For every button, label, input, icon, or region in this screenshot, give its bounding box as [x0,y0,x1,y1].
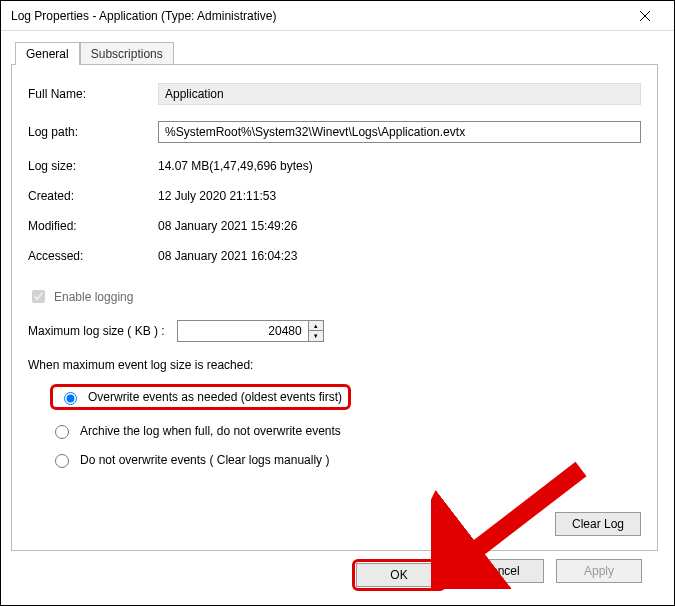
enable-logging-row: Enable logging [28,287,641,306]
radio-archive-label: Archive the log when full, do not overwr… [80,424,341,438]
spinner-up[interactable]: ▲ [309,321,323,331]
log-size-label: Log size: [28,159,158,173]
enable-logging-label: Enable logging [54,290,133,304]
when-reached-label: When maximum event log size is reached: [28,358,641,372]
overflow-radios: Overwrite events as needed (oldest event… [28,384,641,468]
log-size-value: 14.07 MB(1,47,49,696 bytes) [158,159,641,173]
apply-button[interactable]: Apply [556,559,642,583]
dialog-footer: OK Cancel Apply [11,551,658,591]
window: Log Properties - Application (Type: Admi… [0,0,675,606]
close-icon [640,11,650,21]
radio-archive[interactable] [55,425,69,439]
window-title: Log Properties - Application (Type: Admi… [11,9,624,23]
logging-section: Enable logging Maximum log size ( KB ) :… [28,287,641,468]
created-label: Created: [28,189,158,203]
radio-overwrite-label: Overwrite events as needed (oldest event… [88,390,342,404]
cancel-button[interactable]: Cancel [458,559,544,583]
radio-donot[interactable] [55,454,69,468]
overwrite-highlight: Overwrite events as needed (oldest event… [50,384,351,410]
tab-subscriptions[interactable]: Subscriptions [80,42,174,65]
ok-button[interactable]: OK [356,563,442,587]
tab-panel-general: Full Name: Application Log path: Log siz… [11,64,658,551]
properties-grid: Full Name: Application Log path: Log siz… [28,83,641,263]
max-size-row: Maximum log size ( KB ) : ▲ ▼ [28,320,641,342]
enable-logging-checkbox[interactable] [32,290,45,303]
full-name-label: Full Name: [28,87,158,101]
modified-value: 08 January 2021 15:49:26 [158,219,641,233]
log-path-label: Log path: [28,125,158,139]
spinner-down[interactable]: ▼ [309,331,323,341]
accessed-value: 08 January 2021 16:04:23 [158,249,641,263]
full-name-value: Application [158,83,641,105]
tabstrip: General Subscriptions [15,41,658,64]
radio-overwrite[interactable] [64,392,77,405]
modified-label: Modified: [28,219,158,233]
client-area: General Subscriptions Full Name: Applica… [1,31,674,605]
created-value: 12 July 2020 21:11:53 [158,189,641,203]
tab-general[interactable]: General [15,42,80,65]
close-button[interactable] [624,2,666,30]
log-path-input[interactable] [158,121,641,143]
max-size-spinner: ▲ ▼ [177,320,324,342]
ok-highlight: OK [352,559,446,591]
clear-log-button[interactable]: Clear Log [555,512,641,536]
radio-donot-label: Do not overwrite events ( Clear logs man… [80,453,329,467]
titlebar: Log Properties - Application (Type: Admi… [1,1,674,31]
max-size-input[interactable] [178,321,308,341]
accessed-label: Accessed: [28,249,158,263]
max-size-label: Maximum log size ( KB ) : [28,324,165,338]
